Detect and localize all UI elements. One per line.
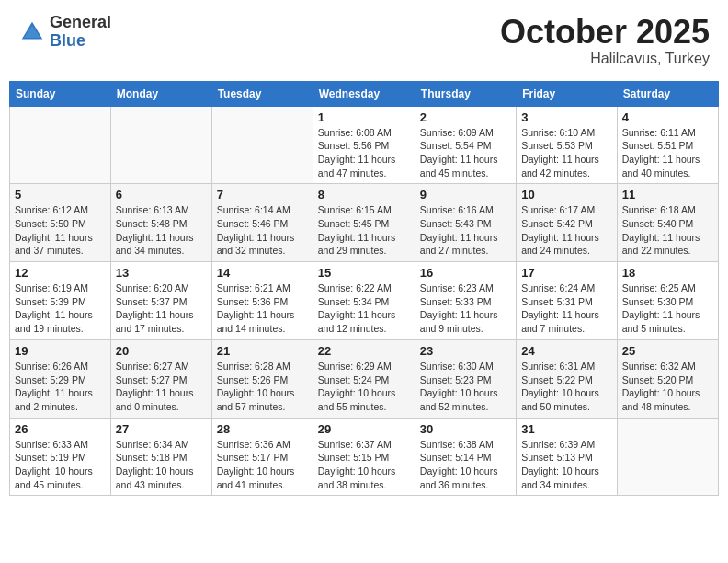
calendar-cell: 28Sunrise: 6:36 AM Sunset: 5:17 PM Dayli…	[211, 418, 313, 496]
page: General Blue October 2025 Halilcavus, Tu…	[0, 0, 728, 505]
header: General Blue October 2025 Halilcavus, Tu…	[9, 9, 719, 72]
calendar-week-row: 12Sunrise: 6:19 AM Sunset: 5:39 PM Dayli…	[10, 262, 719, 340]
day-info: Sunrise: 6:21 AM Sunset: 5:36 PM Dayligh…	[217, 282, 308, 336]
day-info: Sunrise: 6:36 AM Sunset: 5:17 PM Dayligh…	[217, 438, 308, 492]
day-number: 27	[116, 422, 207, 436]
day-number: 15	[318, 266, 410, 280]
day-number: 3	[521, 110, 612, 124]
calendar-cell: 2Sunrise: 6:09 AM Sunset: 5:54 PM Daylig…	[415, 106, 516, 184]
calendar-cell	[110, 106, 211, 184]
day-info: Sunrise: 6:24 AM Sunset: 5:31 PM Dayligh…	[521, 282, 612, 336]
day-number: 10	[521, 188, 612, 201]
day-info: Sunrise: 6:25 AM Sunset: 5:30 PM Dayligh…	[622, 282, 713, 336]
weekday-header-row: SundayMondayTuesdayWednesdayThursdayFrid…	[10, 81, 719, 106]
calendar-cell: 27Sunrise: 6:34 AM Sunset: 5:18 PM Dayli…	[110, 418, 211, 496]
day-number: 1	[318, 110, 410, 124]
day-number: 12	[15, 266, 106, 280]
day-info: Sunrise: 6:08 AM Sunset: 5:56 PM Dayligh…	[318, 126, 410, 180]
day-number: 21	[217, 344, 308, 358]
day-number: 13	[116, 266, 207, 280]
day-number: 19	[15, 344, 106, 358]
calendar-cell: 26Sunrise: 6:33 AM Sunset: 5:19 PM Dayli…	[10, 418, 111, 496]
logo: General Blue	[18, 14, 111, 51]
calendar-cell: 18Sunrise: 6:25 AM Sunset: 5:30 PM Dayli…	[617, 262, 718, 340]
day-info: Sunrise: 6:18 AM Sunset: 5:40 PM Dayligh…	[622, 203, 713, 258]
calendar-cell	[211, 106, 313, 184]
weekday-header-friday: Friday	[517, 81, 618, 106]
calendar-cell: 1Sunrise: 6:08 AM Sunset: 5:56 PM Daylig…	[313, 106, 415, 184]
day-number: 30	[420, 422, 511, 436]
day-number: 22	[318, 344, 410, 358]
day-number: 2	[420, 110, 511, 124]
day-number: 28	[217, 422, 308, 436]
day-number: 25	[622, 344, 713, 358]
day-number: 6	[116, 188, 207, 201]
calendar-cell: 12Sunrise: 6:19 AM Sunset: 5:39 PM Dayli…	[10, 262, 111, 340]
day-info: Sunrise: 6:22 AM Sunset: 5:34 PM Dayligh…	[318, 282, 410, 336]
calendar-cell: 21Sunrise: 6:28 AM Sunset: 5:26 PM Dayli…	[211, 339, 313, 418]
day-number: 8	[318, 188, 410, 201]
calendar-cell: 6Sunrise: 6:13 AM Sunset: 5:48 PM Daylig…	[110, 184, 211, 262]
day-number: 4	[622, 110, 713, 124]
day-number: 17	[521, 266, 612, 280]
day-number: 20	[116, 344, 207, 358]
day-number: 24	[521, 344, 612, 358]
day-info: Sunrise: 6:27 AM Sunset: 5:27 PM Dayligh…	[116, 360, 207, 414]
day-info: Sunrise: 6:28 AM Sunset: 5:26 PM Dayligh…	[217, 360, 308, 414]
weekday-header-monday: Monday	[110, 81, 211, 106]
day-number: 5	[15, 188, 106, 201]
day-info: Sunrise: 6:31 AM Sunset: 5:22 PM Dayligh…	[521, 360, 612, 414]
calendar-cell: 20Sunrise: 6:27 AM Sunset: 5:27 PM Dayli…	[110, 339, 211, 418]
day-info: Sunrise: 6:09 AM Sunset: 5:54 PM Dayligh…	[420, 126, 511, 180]
calendar-cell: 13Sunrise: 6:20 AM Sunset: 5:37 PM Dayli…	[110, 262, 211, 340]
logo-icon	[18, 18, 46, 46]
day-info: Sunrise: 6:23 AM Sunset: 5:33 PM Dayligh…	[420, 282, 511, 336]
day-info: Sunrise: 6:32 AM Sunset: 5:20 PM Dayligh…	[622, 360, 713, 414]
calendar-cell: 15Sunrise: 6:22 AM Sunset: 5:34 PM Dayli…	[313, 262, 415, 340]
day-info: Sunrise: 6:17 AM Sunset: 5:42 PM Dayligh…	[521, 203, 612, 258]
day-number: 26	[15, 422, 106, 436]
weekday-header-tuesday: Tuesday	[211, 81, 313, 106]
day-info: Sunrise: 6:30 AM Sunset: 5:23 PM Dayligh…	[420, 360, 511, 414]
calendar-cell: 9Sunrise: 6:16 AM Sunset: 5:43 PM Daylig…	[415, 184, 516, 262]
day-number: 11	[622, 188, 713, 201]
day-number: 16	[420, 266, 511, 280]
day-number: 29	[318, 422, 410, 436]
calendar-cell: 16Sunrise: 6:23 AM Sunset: 5:33 PM Dayli…	[415, 262, 516, 340]
logo-general: General	[50, 13, 111, 31]
day-info: Sunrise: 6:38 AM Sunset: 5:14 PM Dayligh…	[420, 438, 511, 492]
day-number: 31	[521, 422, 612, 436]
day-number: 23	[420, 344, 511, 358]
location-subtitle: Halilcavus, Turkey	[500, 51, 710, 67]
day-info: Sunrise: 6:29 AM Sunset: 5:24 PM Dayligh…	[318, 360, 410, 414]
calendar-cell: 4Sunrise: 6:11 AM Sunset: 5:51 PM Daylig…	[617, 106, 718, 184]
calendar-cell	[10, 106, 111, 184]
calendar-cell: 24Sunrise: 6:31 AM Sunset: 5:22 PM Dayli…	[517, 339, 618, 418]
calendar-week-row: 5Sunrise: 6:12 AM Sunset: 5:50 PM Daylig…	[10, 184, 719, 262]
calendar-cell: 25Sunrise: 6:32 AM Sunset: 5:20 PM Dayli…	[617, 339, 718, 418]
day-info: Sunrise: 6:13 AM Sunset: 5:48 PM Dayligh…	[116, 203, 207, 258]
calendar-cell: 7Sunrise: 6:14 AM Sunset: 5:46 PM Daylig…	[211, 184, 313, 262]
day-info: Sunrise: 6:20 AM Sunset: 5:37 PM Dayligh…	[116, 282, 207, 336]
calendar-cell: 8Sunrise: 6:15 AM Sunset: 5:45 PM Daylig…	[313, 184, 415, 262]
day-info: Sunrise: 6:11 AM Sunset: 5:51 PM Dayligh…	[622, 126, 713, 180]
calendar-table: SundayMondayTuesdayWednesdayThursdayFrid…	[9, 81, 719, 497]
calendar-cell: 17Sunrise: 6:24 AM Sunset: 5:31 PM Dayli…	[517, 262, 618, 340]
title-block: October 2025 Halilcavus, Turkey	[500, 14, 710, 67]
day-info: Sunrise: 6:26 AM Sunset: 5:29 PM Dayligh…	[15, 360, 106, 414]
calendar-cell: 23Sunrise: 6:30 AM Sunset: 5:23 PM Dayli…	[415, 339, 516, 418]
logo-blue: Blue	[50, 31, 85, 50]
calendar-week-row: 26Sunrise: 6:33 AM Sunset: 5:19 PM Dayli…	[10, 418, 719, 496]
calendar-cell: 11Sunrise: 6:18 AM Sunset: 5:40 PM Dayli…	[617, 184, 718, 262]
day-info: Sunrise: 6:16 AM Sunset: 5:43 PM Dayligh…	[420, 203, 511, 258]
day-info: Sunrise: 6:39 AM Sunset: 5:13 PM Dayligh…	[521, 438, 612, 492]
calendar-cell	[617, 418, 718, 496]
day-info: Sunrise: 6:34 AM Sunset: 5:18 PM Dayligh…	[116, 438, 207, 492]
calendar-cell: 3Sunrise: 6:10 AM Sunset: 5:53 PM Daylig…	[517, 106, 618, 184]
calendar-cell: 30Sunrise: 6:38 AM Sunset: 5:14 PM Dayli…	[415, 418, 516, 496]
day-info: Sunrise: 6:33 AM Sunset: 5:19 PM Dayligh…	[15, 438, 106, 492]
day-info: Sunrise: 6:12 AM Sunset: 5:50 PM Dayligh…	[15, 203, 106, 258]
day-info: Sunrise: 6:37 AM Sunset: 5:15 PM Dayligh…	[318, 438, 410, 492]
calendar-cell: 22Sunrise: 6:29 AM Sunset: 5:24 PM Dayli…	[313, 339, 415, 418]
calendar-week-row: 1Sunrise: 6:08 AM Sunset: 5:56 PM Daylig…	[10, 106, 719, 184]
